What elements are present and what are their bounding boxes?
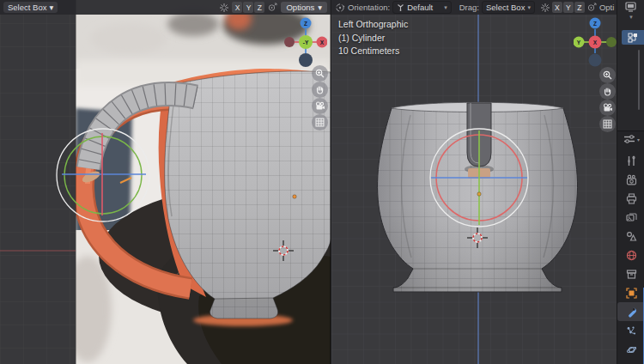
viewport-right-header: Orientation: Default ▾ Drag: Select Box … [331,0,617,15]
axis-ball-neg-z[interactable] [589,54,602,67]
chevron-down-icon: ▾ [637,136,640,143]
orientation-value: Default [407,3,433,12]
options-dropdown[interactable]: Options▾ [281,2,327,13]
orientation-dropdown[interactable]: Default ▾ [392,1,452,14]
selected-list-item[interactable] [622,30,644,45]
zoom-button[interactable] [312,65,328,82]
mirror-x-button[interactable]: X [552,2,562,13]
object-origin-dot[interactable] [293,195,296,198]
mirror-y-button[interactable]: Y [563,2,574,13]
object-origin-dot[interactable] [477,192,481,196]
chevron-down-icon: ▾ [444,4,447,10]
mirror-z-button[interactable]: Z [574,2,585,13]
transform-orientation-icon [335,2,345,13]
mirror-axis-buttons: X Y Z [552,2,585,13]
filter-dropdown-icon[interactable]: ▼ [629,15,634,20]
gizmo-z-label: Z [593,21,597,27]
mirror-z-button[interactable]: Z [254,2,264,13]
drag-label: Drag: [459,3,479,12]
tab-object[interactable] [617,283,644,302]
pan-hand-button[interactable] [312,82,328,98]
view-info-overlay: Left Orthographic (1) Cylinder 10 Centim… [338,18,408,58]
mirror-y-button[interactable]: Y [243,2,253,13]
navigation-gizmo[interactable]: Z X -Y [284,17,327,69]
rotate-gizmo[interactable] [430,129,528,227]
tab-physics[interactable] [617,340,644,359]
view-controls [599,67,616,132]
properties-icon [623,134,635,144]
chevron-down-icon: ▾ [527,4,531,10]
tab-scene[interactable] [617,227,644,246]
editor-type-icon[interactable] [625,2,636,12]
gizmo-x-label: X [320,39,325,46]
tab-tool[interactable] [617,151,644,170]
properties-tab-strip [617,151,644,359]
secondary-editor: ▼ [617,0,644,131]
gizmo-y-label: Y [577,39,581,46]
chevron-down-icon: ▾ [318,3,322,12]
mirror-x-button[interactable]: X [232,2,242,13]
tab-render[interactable] [617,170,644,189]
zoom-button[interactable] [599,67,616,83]
axis-ball-neg-z[interactable] [299,53,313,67]
orientation-label: Orientation: [348,3,390,12]
view-controls [312,65,328,130]
viewport-left-header: Select Box▾ X Y Z Options▾ [0,0,331,15]
gizmo-x-label: X [593,39,598,46]
axis-ball-neg-y[interactable] [606,37,617,47]
view-name-text: Left Orthographic [338,18,408,32]
orthographic-grid-button[interactable] [599,116,616,132]
chevron-down-icon: ▾ [49,3,53,12]
tab-view-layer[interactable] [617,208,644,227]
blender-window: Select Box▾ X Y Z Options▾ [0,0,644,364]
gizmo-z-label: Z [304,21,307,27]
tab-world[interactable] [617,246,644,264]
properties-editor-type[interactable]: ▾ [623,134,640,144]
snap-icon[interactable] [541,2,550,13]
camera-view-scene[interactable] [0,0,331,364]
options-dropdown-clipped[interactable]: Opti [599,3,614,12]
gizmo-neg-y-label: -Y [303,39,309,46]
drag-dropdown[interactable]: Select Box ▾ [482,1,535,14]
tab-particles[interactable] [617,321,644,340]
viewport-left[interactable]: Select Box▾ X Y Z Options▾ [0,0,331,364]
axis-ball-neg-x[interactable] [284,37,295,47]
scrollbar[interactable] [638,50,640,110]
drag-value: Select Box [486,3,525,12]
grid-scale-text: 10 Centimeters [338,45,408,58]
active-tool-label: Select Box [8,3,46,12]
camera-view-button[interactable] [599,100,616,116]
camera-view-button[interactable] [312,98,328,114]
cylinder-mug-mesh[interactable] [377,102,577,292]
tab-modifiers[interactable] [617,302,644,321]
proportional-edit-icon[interactable] [587,2,597,13]
tab-collection[interactable] [617,264,644,283]
proportional-edit-icon[interactable] [267,2,278,13]
node-item-icon [628,33,640,43]
mirror-axis-buttons: X Y Z [232,2,264,13]
active-object-text: (1) Cylinder [338,32,408,46]
snap-icon[interactable] [218,2,229,13]
orthographic-grid-button[interactable] [312,114,328,130]
right-rail: ▼ ▾ [617,0,644,364]
active-tool-dropdown[interactable]: Select Box▾ [3,2,58,13]
viewport-right[interactable]: Orientation: Default ▾ Drag: Select Box … [331,0,617,364]
tab-output[interactable] [617,189,644,208]
options-label: Options [286,3,314,12]
pan-hand-button[interactable] [599,83,616,100]
axis-icon [397,3,404,11]
navigation-gizmo[interactable]: Z Y X [574,17,617,69]
